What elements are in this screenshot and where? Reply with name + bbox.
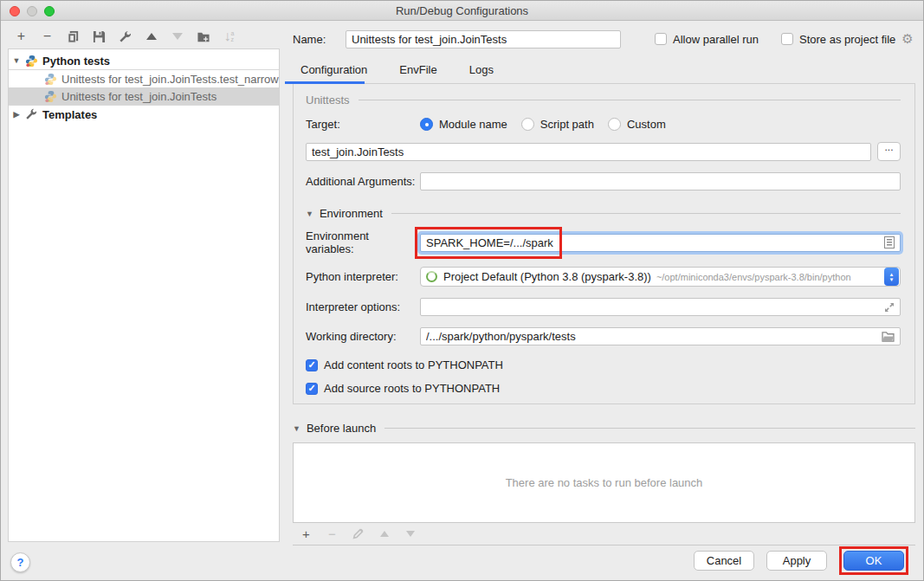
conda-environment-icon	[426, 271, 437, 282]
allow-parallel-run-label: Allow parallel run	[673, 33, 759, 46]
collapse-triangle-icon[interactable]: ▼	[293, 424, 300, 433]
move-up-icon	[380, 531, 389, 537]
source-roots-option[interactable]: ✓ Add source roots to PYTHONPATH	[306, 382, 901, 395]
move-up-icon	[146, 33, 157, 40]
edit-templates-button[interactable]	[118, 29, 132, 44]
module-name-input[interactable]	[306, 143, 871, 161]
tree-item-python-tests[interactable]: ▼ Python tests	[9, 52, 279, 69]
sort-az-icon: ↓ az	[224, 29, 235, 43]
section-divider	[391, 213, 901, 214]
remove-task-button[interactable]: −	[325, 526, 339, 541]
unittests-group-header: Unittests	[306, 94, 901, 107]
before-launch-toolbar: + −	[293, 523, 915, 545]
python-interpreter-select[interactable]: Project Default (Python 3.8 (pyspark-3.8…	[420, 267, 901, 287]
additional-arguments-row: Additional Arguments:	[306, 172, 901, 190]
tab-logs[interactable]: Logs	[462, 63, 501, 83]
before-launch-header[interactable]: ▼ Before launch	[293, 422, 915, 435]
additional-arguments-input[interactable]	[420, 172, 901, 190]
close-window-button[interactable]	[10, 6, 20, 16]
move-down-button[interactable]	[170, 29, 184, 44]
edit-variables-icon[interactable]	[884, 236, 895, 249]
script-path-label: Script path	[540, 118, 594, 131]
expand-triangle-icon[interactable]: ▶	[9, 110, 24, 119]
add-icon: +	[17, 29, 25, 43]
move-task-up-button[interactable]	[377, 526, 391, 541]
help-icon: ?	[17, 556, 24, 569]
new-folder-button[interactable]	[196, 29, 210, 44]
python-tests-icon	[43, 73, 57, 86]
zoom-window-button[interactable]	[44, 6, 55, 16]
gear-icon[interactable]: ⚙	[901, 31, 913, 47]
save-icon	[93, 30, 106, 43]
edit-task-button[interactable]	[351, 526, 365, 541]
check-icon: ✓	[307, 359, 315, 371]
store-as-project-file-option[interactable]: Store as project file ⚙	[781, 31, 914, 47]
add-task-button[interactable]: +	[299, 526, 313, 541]
apply-button[interactable]: Apply	[766, 551, 827, 571]
help-button[interactable]: ?	[10, 552, 30, 572]
move-down-icon	[172, 33, 183, 40]
minimize-window-button[interactable]	[27, 6, 37, 16]
before-launch-label: Before launch	[307, 422, 376, 435]
interpreter-options-input[interactable]	[420, 298, 901, 316]
folder-icon[interactable]	[882, 332, 895, 342]
remove-icon: −	[328, 527, 336, 540]
custom-radio[interactable]	[608, 118, 621, 131]
remove-configuration-button[interactable]: −	[40, 29, 55, 44]
check-icon: ✓	[307, 383, 315, 394]
folder-plus-icon	[197, 30, 210, 43]
collapse-triangle-icon[interactable]: ▼	[306, 210, 313, 218]
target-option-custom[interactable]: Custom	[608, 118, 666, 131]
tree-item-label: Unittests for test_join.JoinTests	[61, 90, 216, 103]
tree-item-templates[interactable]: ▶ Templates	[9, 106, 279, 123]
store-as-project-file-checkbox[interactable]	[781, 33, 793, 45]
name-label: Name:	[293, 33, 346, 46]
source-roots-label: Add source roots to PYTHONPATH	[324, 382, 500, 395]
ok-button[interactable]: OK	[843, 551, 904, 571]
tree-item-unittests-jointests-selected[interactable]: Unittests for test_join.JoinTests	[9, 87, 279, 105]
script-path-radio[interactable]	[521, 118, 534, 131]
allow-parallel-run-option[interactable]: Allow parallel run	[655, 33, 759, 46]
source-roots-checkbox[interactable]: ✓	[306, 383, 318, 395]
add-icon: +	[302, 527, 310, 540]
copy-configuration-button[interactable]	[66, 29, 81, 44]
environment-variables-label: Environment variables:	[306, 229, 420, 255]
target-option-module-name[interactable]: Module name	[420, 118, 507, 131]
name-input[interactable]	[346, 30, 621, 48]
interpreter-value: Project Default (Python 3.8 (pyspark-3.8…	[443, 270, 651, 283]
working-directory-label: Working directory:	[306, 330, 420, 343]
expand-field-icon[interactable]	[884, 302, 895, 313]
before-launch-task-list[interactable]: There are no tasks to run before launch	[293, 442, 915, 523]
allow-parallel-run-checkbox[interactable]	[655, 33, 667, 45]
content-roots-checkbox[interactable]: ✓	[306, 359, 318, 371]
collapse-triangle-icon[interactable]: ▼	[9, 56, 24, 65]
environment-variables-row: Environment variables:	[306, 229, 901, 255]
combo-stepper-icon[interactable]: ▲▼	[884, 268, 899, 286]
additional-arguments-label: Additional Arguments:	[306, 175, 420, 188]
move-task-down-button[interactable]	[403, 526, 417, 541]
environment-section-header[interactable]: ▼ Environment	[306, 207, 901, 220]
tree-item-label: Templates	[42, 108, 97, 121]
python-interpreter-label: Python interpreter:	[306, 270, 420, 283]
add-configuration-button[interactable]: +	[14, 29, 29, 44]
content-roots-option[interactable]: ✓ Add content roots to PYTHONPATH	[306, 358, 901, 371]
target-option-script-path[interactable]: Script path	[521, 118, 594, 131]
sort-configurations-button[interactable]: ↓ az	[222, 29, 236, 44]
environment-variables-fieldwrap	[420, 234, 901, 252]
tab-envfile[interactable]: EnvFile	[391, 63, 444, 83]
module-name-radio[interactable]	[420, 118, 433, 131]
browse-button[interactable]: ...	[877, 142, 901, 161]
environment-variables-input[interactable]	[420, 234, 901, 252]
python-tests-icon	[24, 55, 38, 68]
save-configuration-button[interactable]	[92, 29, 107, 44]
tree-item-unittests-narrow[interactable]: Unittests for test_join.JoinTests.test_n…	[9, 70, 279, 87]
module-name-label: Module name	[439, 118, 507, 131]
working-directory-input[interactable]	[420, 327, 901, 345]
cancel-button[interactable]: Cancel	[694, 551, 754, 571]
move-up-button[interactable]	[144, 29, 158, 44]
tab-configuration[interactable]: Configuration	[293, 63, 375, 83]
python-interpreter-row: Python interpreter: Project Default (Pyt…	[306, 267, 901, 287]
working-directory-row: Working directory:	[306, 327, 901, 345]
python-tests-icon	[43, 90, 57, 103]
title-bar: Run/Debug Configurations	[1, 1, 923, 21]
